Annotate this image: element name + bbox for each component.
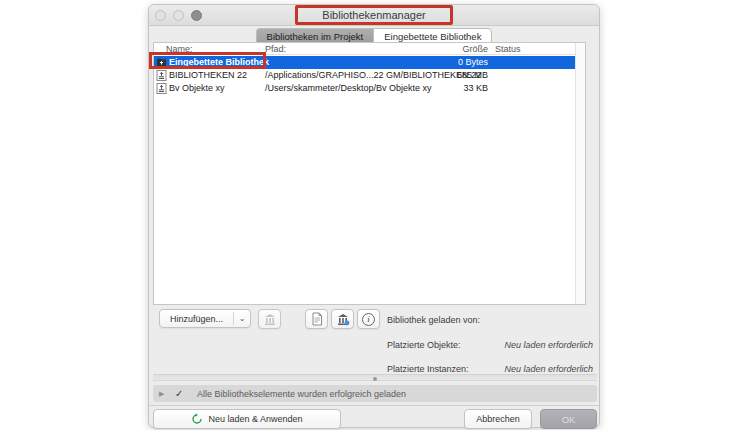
library-manager-window: Bibliothekenmanager Bibliotheken im Proj… bbox=[148, 4, 600, 428]
placed-objects-label: Platzierte Objekte: bbox=[387, 340, 461, 350]
placed-objects-line: Platzierte Objekte: Neu laden erforderli… bbox=[387, 340, 593, 350]
zoom-button[interactable] bbox=[191, 10, 202, 21]
manage-libraries-button[interactable] bbox=[331, 309, 354, 329]
status-bar: ▶ ✓ Alle Bibliothekselemente wurden erfo… bbox=[153, 385, 597, 402]
row-name: Eingebettete Bibliothek bbox=[169, 57, 269, 67]
library-table: Name: Pfad: Größe Status Eingebettete Bi… bbox=[153, 42, 586, 305]
traffic-lights bbox=[155, 10, 202, 21]
window-title: Bibliothekenmanager bbox=[295, 5, 452, 25]
add-library-button[interactable]: Hinzufügen... ⌄ bbox=[159, 309, 251, 328]
add-library-label: Hinzufügen... bbox=[160, 310, 233, 327]
loaded-from-line: Bibliothek geladen von: bbox=[387, 315, 593, 325]
placed-instances-value: Neu laden erforderlich bbox=[504, 364, 593, 374]
linked-library-icon bbox=[156, 70, 167, 81]
remove-library-button[interactable] bbox=[258, 309, 281, 329]
table-scrollbar[interactable] bbox=[575, 43, 585, 304]
embedded-library-icon bbox=[156, 57, 167, 68]
library-manage-icon bbox=[336, 313, 350, 326]
column-header-size[interactable]: Größe bbox=[452, 44, 488, 54]
placed-objects-value: Neu laden erforderlich bbox=[504, 340, 593, 350]
row-name: Bv Objekte xy bbox=[169, 83, 225, 93]
status-message: Alle Bibliothekselemente wurden erfolgre… bbox=[197, 389, 406, 399]
check-icon: ✓ bbox=[175, 388, 189, 399]
panel-splitter[interactable] bbox=[153, 374, 597, 381]
reload-icon bbox=[191, 413, 203, 425]
column-header-path[interactable]: Pfad: bbox=[265, 44, 286, 54]
minimize-button[interactable] bbox=[173, 10, 184, 21]
ok-button[interactable]: OK bbox=[540, 409, 597, 429]
title-bar: Bibliothekenmanager bbox=[149, 5, 599, 26]
placed-instances-line: Platzierte Instanzen: Neu laden erforder… bbox=[387, 364, 593, 374]
library-report-button[interactable] bbox=[305, 309, 328, 329]
cancel-label: Abbrechen bbox=[476, 414, 520, 424]
disclosure-triangle-icon[interactable]: ▶ bbox=[159, 390, 169, 398]
row-size: 33 KB bbox=[394, 83, 488, 93]
library-info-panel: Bibliothek geladen von: Platzierte Objek… bbox=[387, 305, 593, 371]
footer-divider bbox=[149, 405, 599, 406]
loaded-from-label: Bibliothek geladen von: bbox=[387, 315, 480, 325]
document-settings-icon bbox=[311, 312, 323, 326]
reload-apply-button[interactable]: Neu laden & Anwenden bbox=[153, 409, 341, 429]
screenshot-stage: Bibliothekenmanager Bibliotheken im Proj… bbox=[0, 0, 740, 430]
splitter-handle-icon bbox=[373, 377, 377, 381]
info-icon: i bbox=[362, 313, 375, 326]
column-header-name[interactable]: Name: bbox=[166, 44, 193, 54]
column-header-status[interactable]: Status bbox=[495, 44, 521, 54]
linked-library-icon bbox=[156, 83, 167, 94]
table-header: Name: Pfad: Größe Status bbox=[154, 43, 585, 55]
remove-library-icon bbox=[263, 313, 277, 326]
info-button[interactable]: i bbox=[357, 309, 380, 329]
close-button[interactable] bbox=[155, 10, 166, 21]
table-row-bv-objekte-xy[interactable]: Bv Objekte xy /Users/skammeter/Desktop/B… bbox=[154, 82, 575, 95]
chevron-down-icon[interactable]: ⌄ bbox=[234, 310, 250, 327]
row-size: 685 MB bbox=[394, 70, 488, 80]
table-row-bibliotheken-22[interactable]: BIBLIOTHEKEN 22 /Applications/GRAPHISO..… bbox=[154, 69, 575, 82]
placed-instances-label: Platzierte Instanzen: bbox=[387, 364, 469, 374]
table-row-embedded-library[interactable]: Eingebettete Bibliothek 0 Bytes bbox=[154, 56, 575, 69]
reload-apply-label: Neu laden & Anwenden bbox=[208, 414, 302, 424]
row-name: BIBLIOTHEKEN 22 bbox=[169, 70, 247, 80]
row-size: 0 Bytes bbox=[394, 57, 488, 67]
cancel-button[interactable]: Abbrechen bbox=[464, 409, 532, 429]
ok-label: OK bbox=[562, 414, 576, 425]
